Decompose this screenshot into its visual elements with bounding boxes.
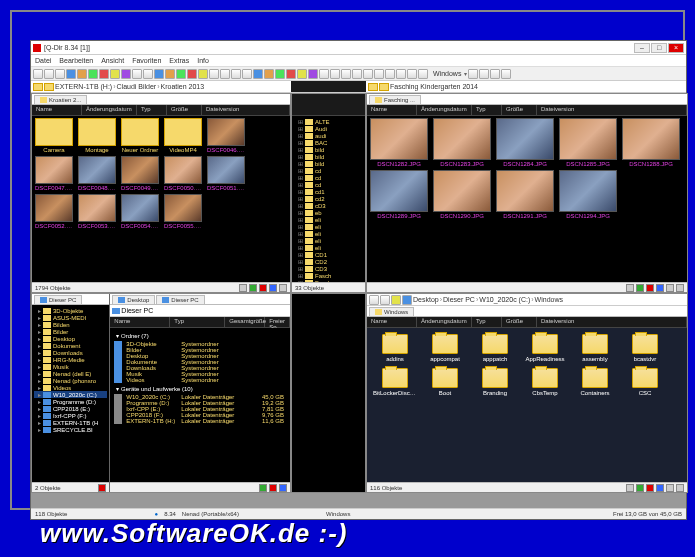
nav-back[interactable] xyxy=(369,295,379,305)
tool-33[interactable] xyxy=(418,69,428,79)
thumb-photo[interactable]: DSCF0055.JPG xyxy=(163,194,203,229)
tree-node[interactable]: ⊞audi xyxy=(294,132,363,139)
tool-28[interactable] xyxy=(363,69,373,79)
tree-node[interactable]: ⊞eli xyxy=(294,216,363,223)
tool-18[interactable] xyxy=(253,69,263,79)
tree-node[interactable]: ⊞CD1 xyxy=(294,251,363,258)
folder-item[interactable]: apppatch xyxy=(473,334,517,362)
status-icon[interactable] xyxy=(626,484,634,492)
nav-up-button[interactable] xyxy=(55,69,65,79)
pane1-tab[interactable]: Kroatien 2... xyxy=(34,95,87,104)
path-seg[interactable]: Kroatien 2013 xyxy=(161,83,205,90)
status-icon[interactable] xyxy=(666,484,674,492)
close-button[interactable]: × xyxy=(668,43,684,53)
menu-info[interactable]: Info xyxy=(197,57,209,64)
tool-32[interactable] xyxy=(407,69,417,79)
tool-30[interactable] xyxy=(385,69,395,79)
folder-item[interactable]: Boot xyxy=(423,368,467,396)
tool-16[interactable] xyxy=(231,69,241,79)
thumb-photo[interactable]: DSCN1290.JPG xyxy=(432,170,492,219)
tree-node[interactable]: ⊞cd xyxy=(294,174,363,181)
path-seg[interactable]: Fasching Kindergarten 2014 xyxy=(390,83,478,90)
delete-icon[interactable] xyxy=(646,284,654,292)
tree-node[interactable]: ⊞bild xyxy=(294,146,363,153)
tree-node[interactable]: ⊞eli xyxy=(294,230,363,237)
tool-8[interactable] xyxy=(143,69,153,79)
thumb-photo[interactable]: DSCF0053.JPG xyxy=(77,194,117,229)
status-icon[interactable] xyxy=(656,484,664,492)
status-icon[interactable] xyxy=(269,284,277,292)
nav-fwd-button[interactable] xyxy=(44,69,54,79)
folder-item[interactable]: CSC xyxy=(623,368,667,396)
tool-27[interactable] xyxy=(352,69,362,79)
pane1-pathbar[interactable]: EXTERN-1TB (H:)› Claudi Bilder› Kroatien… xyxy=(31,81,291,93)
tool-34[interactable] xyxy=(468,69,478,79)
status-icon[interactable] xyxy=(626,284,634,292)
thumb-photo[interactable]: DSCN1294.JPG xyxy=(558,170,618,219)
tool-36[interactable] xyxy=(490,69,500,79)
thumb-photo[interactable]: DSCF0049.JPG xyxy=(120,156,160,191)
tree-node[interactable]: ⊞cd2 xyxy=(294,195,363,202)
pane6-tab[interactable]: Windows xyxy=(369,307,414,316)
tool-15[interactable] xyxy=(220,69,230,79)
tool-22[interactable] xyxy=(297,69,307,79)
tree-node[interactable]: ⊞BAC xyxy=(294,139,363,146)
tree-node[interactable]: ⊞bild xyxy=(294,160,363,167)
tool-24[interactable] xyxy=(319,69,329,79)
menu-bearbeiten[interactable]: Bearbeiten xyxy=(59,57,93,64)
pane5-body[interactable]: ▾ Ordner (7)3D-ObjekteSystemordnerBilder… xyxy=(110,328,290,482)
delete-icon[interactable] xyxy=(269,484,277,492)
tree-node[interactable]: ▸Videos xyxy=(34,384,107,391)
folder-item[interactable]: assembly xyxy=(573,334,617,362)
tool-37[interactable] xyxy=(501,69,511,79)
pane3-tab[interactable]: Fasching ... xyxy=(369,95,421,104)
thumb-photo[interactable]: DSCN1283.JPG xyxy=(432,118,492,167)
menu-ansicht[interactable]: Ansicht xyxy=(101,57,124,64)
tree-node[interactable]: ⊞Audi xyxy=(294,125,363,132)
folder-item[interactable]: Branding xyxy=(473,368,517,396)
tree-node[interactable]: ⊞bild xyxy=(294,153,363,160)
thumb-photo[interactable]: DSCN1282.JPG xyxy=(369,118,429,167)
folder-item[interactable]: AppReadiness xyxy=(523,334,567,362)
pane6-body[interactable]: addinsappcompatapppatchAppReadinessassem… xyxy=(367,328,687,482)
tree-node[interactable]: ▸EXTERN-1TB (H xyxy=(34,419,107,426)
status-icon[interactable] xyxy=(676,484,684,492)
tree-node[interactable]: ▸Ixrf-CPP (F:) xyxy=(34,412,107,419)
tool[interactable] xyxy=(402,295,412,305)
thumb-folder[interactable]: Neuer Ordner xyxy=(120,118,160,153)
tree-node[interactable]: ▸ASUS-MEDI xyxy=(34,314,107,321)
tool-14[interactable] xyxy=(209,69,219,79)
status-icon[interactable] xyxy=(636,284,644,292)
tree-node[interactable]: ▸Programme (D:) xyxy=(34,398,107,405)
tree-node[interactable]: ⊞eli xyxy=(294,244,363,251)
pane1-cols[interactable]: Name Änderungsdatum Typ Größe Dateiversi… xyxy=(32,105,290,116)
tool-13[interactable] xyxy=(198,69,208,79)
tool-3[interactable] xyxy=(88,69,98,79)
pane3-pathbar[interactable]: Fasching Kindergarten 2014 xyxy=(366,81,686,93)
folder-item[interactable]: appcompat xyxy=(423,334,467,362)
status-icon[interactable] xyxy=(249,284,257,292)
thumb-photo[interactable]: DSCF0052.JPG xyxy=(34,194,74,229)
folder-item[interactable]: BitLockerDiscov... xyxy=(373,368,417,396)
tree-node[interactable]: ▸W10_2020c (C:) xyxy=(34,391,107,398)
thumb-folder[interactable]: Montage xyxy=(77,118,117,153)
tree-node[interactable]: ▸3D-Objekte xyxy=(34,307,107,314)
delete-icon[interactable] xyxy=(259,284,267,292)
windows-menu[interactable]: Windows xyxy=(433,70,461,77)
path-seg[interactable]: Claudi Bilder xyxy=(117,83,157,90)
tree-node[interactable]: ▸SRECYCLE.BI xyxy=(34,426,107,433)
tool-4[interactable] xyxy=(99,69,109,79)
nav-up[interactable] xyxy=(391,295,401,305)
tool-11[interactable] xyxy=(176,69,186,79)
tree-node[interactable]: ▸CPP2018 (E:) xyxy=(34,405,107,412)
tree-node[interactable]: ▸Bilden xyxy=(34,321,107,328)
thumb-photo[interactable]: DSCF0047.JPG xyxy=(34,156,74,191)
status-icon[interactable] xyxy=(279,284,287,292)
folder-item[interactable]: bcastdvr xyxy=(623,334,667,362)
status-icon[interactable] xyxy=(239,284,247,292)
folder-item[interactable]: Containers xyxy=(573,368,617,396)
thumb-photo[interactable]: DSCN1291.JPG xyxy=(495,170,555,219)
thumb-photo[interactable]: DSCN1288.JPG xyxy=(621,118,681,167)
pane5-path[interactable]: Dieser PC xyxy=(121,307,153,314)
tree-node[interactable]: ⊞eli xyxy=(294,223,363,230)
